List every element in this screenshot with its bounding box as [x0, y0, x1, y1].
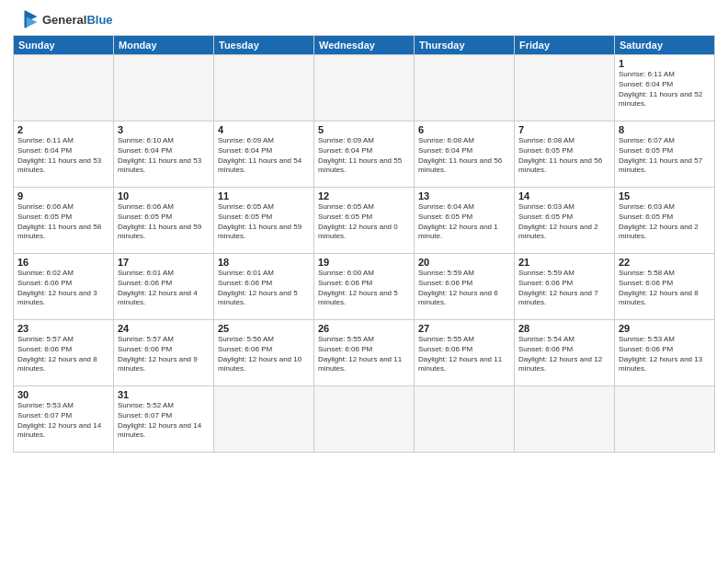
day-info: Sunrise: 5:59 AMSunset: 6:06 PMDaylight:… — [518, 269, 610, 308]
day-info: Sunrise: 6:04 AMSunset: 6:05 PMDaylight:… — [418, 202, 510, 242]
day-info: Sunrise: 6:11 AMSunset: 6:04 PMDaylight:… — [619, 70, 711, 109]
day-number: 23 — [17, 323, 109, 334]
day-number: 28 — [518, 323, 610, 334]
calendar-cell: 21Sunrise: 5:59 AMSunset: 6:06 PMDayligh… — [515, 254, 615, 320]
calendar-cell: 3Sunrise: 6:10 AMSunset: 6:04 PMDaylight… — [114, 121, 214, 188]
calendar-cell: 14Sunrise: 6:03 AMSunset: 6:05 PMDayligh… — [515, 188, 615, 254]
day-number: 16 — [17, 257, 109, 268]
calendar-cell — [415, 55, 515, 121]
calendar-cell: 15Sunrise: 6:03 AMSunset: 6:05 PMDayligh… — [615, 188, 715, 254]
day-number: 30 — [17, 389, 109, 400]
day-info: Sunrise: 5:55 AMSunset: 6:06 PMDaylight:… — [418, 335, 510, 374]
day-info: Sunrise: 6:00 AMSunset: 6:06 PMDaylight:… — [318, 269, 410, 308]
calendar-cell: 11Sunrise: 6:05 AMSunset: 6:05 PMDayligh… — [214, 188, 314, 254]
logo: GeneralBlue — [13, 9, 113, 29]
week-row-3: 9Sunrise: 6:06 AMSunset: 6:05 PMDaylight… — [14, 188, 715, 254]
day-number: 6 — [418, 124, 510, 135]
day-number: 17 — [118, 257, 210, 268]
day-number: 22 — [619, 257, 711, 268]
day-info: Sunrise: 5:52 AMSunset: 6:07 PMDaylight:… — [118, 401, 210, 441]
day-number: 26 — [318, 323, 410, 334]
calendar-cell: 6Sunrise: 6:08 AMSunset: 6:04 PMDaylight… — [415, 121, 515, 188]
day-number: 25 — [218, 323, 310, 334]
day-info: Sunrise: 5:54 AMSunset: 6:06 PMDaylight:… — [518, 335, 610, 374]
calendar-cell: 2Sunrise: 6:11 AMSunset: 6:04 PMDaylight… — [14, 121, 114, 188]
calendar-cell — [415, 386, 515, 453]
day-number: 20 — [418, 257, 510, 268]
calendar-cell: 1Sunrise: 6:11 AMSunset: 6:04 PMDaylight… — [615, 55, 715, 121]
week-row-5: 23Sunrise: 5:57 AMSunset: 6:06 PMDayligh… — [14, 320, 715, 386]
calendar-cell — [214, 55, 314, 121]
page: GeneralBlue SundayMondayTuesdayWednesday… — [0, 0, 728, 563]
day-number: 15 — [619, 190, 711, 201]
calendar-cell: 7Sunrise: 6:08 AMSunset: 6:05 PMDaylight… — [515, 121, 615, 188]
weekday-header-sunday: Sunday — [14, 36, 114, 55]
day-info: Sunrise: 6:06 AMSunset: 6:05 PMDaylight:… — [17, 202, 109, 242]
calendar-cell — [114, 55, 214, 121]
calendar-cell — [314, 386, 415, 453]
calendar-cell — [214, 386, 314, 453]
calendar-cell: 4Sunrise: 6:09 AMSunset: 6:04 PMDaylight… — [214, 121, 314, 188]
day-info: Sunrise: 6:06 AMSunset: 6:05 PMDaylight:… — [118, 202, 210, 242]
day-number: 21 — [518, 257, 610, 268]
day-number: 24 — [118, 323, 210, 334]
calendar-cell: 13Sunrise: 6:04 AMSunset: 6:05 PMDayligh… — [415, 188, 515, 254]
calendar-cell — [14, 55, 114, 121]
calendar-cell: 24Sunrise: 5:57 AMSunset: 6:06 PMDayligh… — [114, 320, 214, 386]
day-info: Sunrise: 5:56 AMSunset: 6:06 PMDaylight:… — [218, 335, 310, 374]
day-info: Sunrise: 6:01 AMSunset: 6:06 PMDaylight:… — [218, 269, 310, 308]
calendar-cell: 8Sunrise: 6:07 AMSunset: 6:05 PMDaylight… — [615, 121, 715, 188]
day-number: 1 — [619, 58, 711, 69]
calendar-cell: 30Sunrise: 5:53 AMSunset: 6:07 PMDayligh… — [14, 386, 114, 453]
day-number: 2 — [17, 124, 109, 135]
day-info: Sunrise: 6:05 AMSunset: 6:05 PMDaylight:… — [218, 202, 310, 242]
day-number: 19 — [318, 257, 410, 268]
week-row-1: 1Sunrise: 6:11 AMSunset: 6:04 PMDaylight… — [14, 55, 715, 121]
logo-text: GeneralBlue — [42, 13, 113, 27]
day-number: 10 — [118, 190, 210, 201]
calendar-cell — [515, 55, 615, 121]
week-row-4: 16Sunrise: 6:02 AMSunset: 6:06 PMDayligh… — [14, 254, 715, 320]
calendar-cell — [515, 386, 615, 453]
calendar-cell — [314, 55, 415, 121]
day-info: Sunrise: 6:01 AMSunset: 6:06 PMDaylight:… — [118, 269, 210, 308]
weekday-header-tuesday: Tuesday — [214, 36, 314, 55]
calendar-table: SundayMondayTuesdayWednesdayThursdayFrid… — [13, 35, 715, 453]
day-info: Sunrise: 6:03 AMSunset: 6:05 PMDaylight:… — [518, 202, 610, 242]
day-number: 9 — [17, 190, 109, 201]
day-number: 13 — [418, 190, 510, 201]
day-info: Sunrise: 6:09 AMSunset: 6:04 PMDaylight:… — [318, 136, 410, 176]
day-number: 31 — [118, 389, 210, 400]
calendar-cell: 23Sunrise: 5:57 AMSunset: 6:06 PMDayligh… — [14, 320, 114, 386]
weekday-header-row: SundayMondayTuesdayWednesdayThursdayFrid… — [14, 36, 715, 55]
week-row-2: 2Sunrise: 6:11 AMSunset: 6:04 PMDaylight… — [14, 121, 715, 188]
calendar-cell: 28Sunrise: 5:54 AMSunset: 6:06 PMDayligh… — [515, 320, 615, 386]
day-info: Sunrise: 6:09 AMSunset: 6:04 PMDaylight:… — [218, 136, 310, 176]
day-number: 27 — [418, 323, 510, 334]
calendar-cell: 16Sunrise: 6:02 AMSunset: 6:06 PMDayligh… — [14, 254, 114, 320]
day-info: Sunrise: 5:53 AMSunset: 6:06 PMDaylight:… — [619, 335, 711, 374]
calendar-cell: 22Sunrise: 5:58 AMSunset: 6:06 PMDayligh… — [615, 254, 715, 320]
day-number: 4 — [218, 124, 310, 135]
day-info: Sunrise: 5:55 AMSunset: 6:06 PMDaylight:… — [318, 335, 410, 374]
calendar-cell: 29Sunrise: 5:53 AMSunset: 6:06 PMDayligh… — [615, 320, 715, 386]
day-number: 12 — [318, 190, 410, 201]
weekday-header-wednesday: Wednesday — [314, 36, 415, 55]
day-number: 14 — [518, 190, 610, 201]
day-info: Sunrise: 5:58 AMSunset: 6:06 PMDaylight:… — [619, 269, 711, 308]
calendar-cell: 17Sunrise: 6:01 AMSunset: 6:06 PMDayligh… — [114, 254, 214, 320]
calendar-cell — [615, 386, 715, 453]
day-info: Sunrise: 6:08 AMSunset: 6:04 PMDaylight:… — [418, 136, 510, 176]
day-number: 5 — [318, 124, 410, 135]
day-info: Sunrise: 6:05 AMSunset: 6:05 PMDaylight:… — [318, 202, 410, 242]
day-info: Sunrise: 6:10 AMSunset: 6:04 PMDaylight:… — [118, 136, 210, 176]
calendar-cell: 9Sunrise: 6:06 AMSunset: 6:05 PMDaylight… — [14, 188, 114, 254]
day-number: 29 — [619, 323, 711, 334]
calendar-cell: 10Sunrise: 6:06 AMSunset: 6:05 PMDayligh… — [114, 188, 214, 254]
weekday-header-monday: Monday — [114, 36, 214, 55]
svg-rect-3 — [24, 11, 26, 29]
calendar-cell: 26Sunrise: 5:55 AMSunset: 6:06 PMDayligh… — [314, 320, 415, 386]
day-number: 7 — [518, 124, 610, 135]
day-number: 11 — [218, 190, 310, 201]
day-info: Sunrise: 5:57 AMSunset: 6:06 PMDaylight:… — [17, 335, 109, 374]
